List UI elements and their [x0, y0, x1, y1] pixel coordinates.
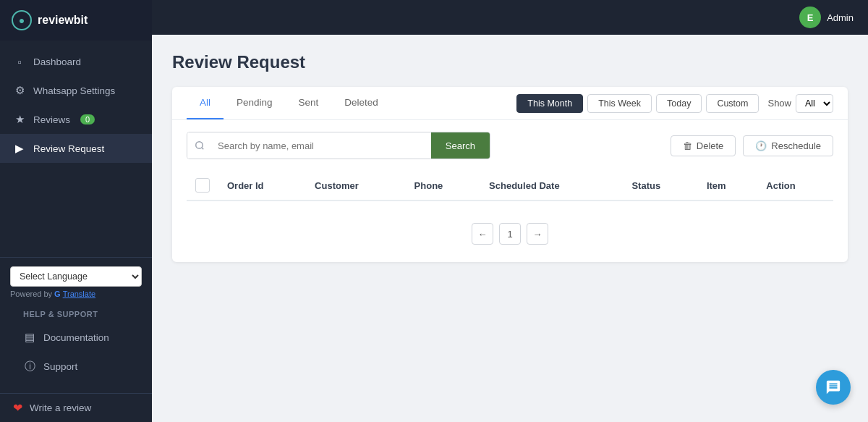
tab-sent[interactable]: Sent	[286, 87, 332, 119]
data-table: Order Id Customer Phone Scheduled Date S…	[187, 171, 833, 201]
sidebar-item-label: Support	[43, 361, 77, 372]
clock-icon: 🕐	[755, 140, 767, 151]
logo-area: ● reviewbit	[0, 0, 152, 41]
table-header-row: Order Id Customer Phone Scheduled Date S…	[187, 171, 833, 201]
write-review-item[interactable]: ❤ Write a review	[0, 393, 152, 422]
gear-icon: ⚙	[13, 84, 26, 97]
col-order-id: Order Id	[218, 171, 306, 201]
filter-this-week[interactable]: This Week	[587, 94, 652, 113]
filter-today[interactable]: Today	[656, 94, 702, 113]
app-name: reviewbit	[38, 14, 88, 27]
sidebar-item-support[interactable]: ⓘ Support	[10, 352, 142, 381]
help-title: HELP & SUPPORT	[10, 305, 142, 323]
sidebar-item-label: Whatsapp Settings	[33, 85, 115, 96]
write-review-label: Write a review	[30, 402, 91, 413]
sidebar-item-label: Review Request	[33, 143, 104, 154]
col-scheduled-date: Scheduled Date	[480, 171, 623, 201]
search-box: Search	[187, 132, 490, 159]
sidebar: ● reviewbit ▫ Dashboard ⚙ Whatsapp Setti…	[0, 0, 152, 422]
tab-all[interactable]: All	[187, 87, 224, 119]
help-section: HELP & SUPPORT ▤ Documentation ⓘ Support	[10, 298, 142, 381]
main-area: E Admin Review Request All Pending Sent …	[152, 0, 868, 422]
admin-name: Admin	[827, 12, 854, 23]
google-text: G	[54, 290, 61, 298]
show-label: Show	[767, 98, 791, 109]
svg-line-1	[202, 148, 204, 150]
language-select[interactable]: Select Language	[10, 266, 142, 287]
search-icon	[187, 132, 212, 159]
filter-custom[interactable]: Custom	[706, 94, 759, 113]
delete-button[interactable]: 🗑 Delete	[671, 135, 736, 156]
star-icon: ★	[13, 113, 26, 126]
filter-buttons: This Month This Week Today Custom Show A…	[516, 94, 833, 113]
pagination: ← 1 →	[172, 208, 848, 262]
sidebar-item-dashboard[interactable]: ▫ Dashboard	[0, 48, 152, 76]
sidebar-item-documentation[interactable]: ▤ Documentation	[10, 323, 142, 352]
header-checkbox[interactable]	[195, 178, 210, 193]
avatar: E	[799, 7, 821, 28]
tab-pending[interactable]: Pending	[224, 87, 286, 119]
trash-icon: 🗑	[683, 140, 692, 151]
sidebar-item-label: Dashboard	[33, 56, 81, 67]
content-area: Review Request All Pending Sent Deleted …	[152, 35, 868, 422]
bar-chart-icon: ▫	[13, 56, 26, 68]
search-button[interactable]: Search	[431, 132, 490, 159]
question-icon: ⓘ	[23, 360, 36, 374]
svg-point-0	[196, 142, 203, 148]
tab-deleted[interactable]: Deleted	[331, 87, 391, 119]
arrow-right-icon: ▶	[13, 142, 26, 155]
col-item: Item	[698, 171, 757, 201]
logo-icon: ●	[12, 10, 32, 30]
checkbox-header	[187, 171, 218, 201]
sidebar-item-review-request[interactable]: ▶ Review Request	[0, 134, 152, 163]
chat-bubble-button[interactable]	[816, 370, 851, 405]
sidebar-bottom: Select Language Powered by G Translate H…	[0, 257, 152, 390]
col-phone: Phone	[406, 171, 480, 201]
delete-label: Delete	[697, 140, 724, 151]
action-buttons: 🗑 Delete 🕐 Reschedule	[671, 135, 833, 156]
col-action: Action	[757, 171, 833, 201]
doc-icon: ▤	[23, 331, 36, 344]
sidebar-item-label: Reviews	[33, 114, 70, 125]
sidebar-nav: ▫ Dashboard ⚙ Whatsapp Settings ★ Review…	[0, 41, 152, 257]
sidebar-item-reviews[interactable]: ★ Reviews 0	[0, 105, 152, 134]
topbar: E Admin	[152, 0, 868, 35]
sidebar-item-whatsapp-settings[interactable]: ⚙ Whatsapp Settings	[0, 76, 152, 105]
show-select[interactable]: All	[796, 94, 833, 113]
search-input[interactable]	[212, 132, 431, 159]
col-customer: Customer	[306, 171, 406, 201]
translate-link[interactable]: Translate	[63, 290, 95, 298]
table-wrap: Order Id Customer Phone Scheduled Date S…	[172, 171, 848, 208]
reschedule-button[interactable]: 🕐 Reschedule	[743, 135, 833, 156]
reschedule-label: Reschedule	[771, 140, 821, 151]
filter-this-month[interactable]: This Month	[516, 94, 583, 113]
page-title: Review Request	[172, 52, 848, 72]
col-status: Status	[623, 171, 697, 201]
search-action-row: Search 🗑 Delete 🕐 Reschedule	[172, 120, 848, 171]
tabs-filters-row: All Pending Sent Deleted This Month This…	[172, 87, 848, 120]
current-page: 1	[499, 223, 521, 245]
powered-by: Powered by G Translate	[10, 290, 142, 298]
heart-icon: ❤	[13, 401, 22, 415]
prev-page-button[interactable]: ←	[472, 223, 493, 245]
sidebar-item-label: Documentation	[43, 332, 109, 343]
next-page-button[interactable]: →	[527, 223, 548, 245]
tabs-container: All Pending Sent Deleted	[187, 87, 391, 119]
main-card: All Pending Sent Deleted This Month This…	[172, 87, 848, 262]
reviews-badge: 0	[80, 114, 95, 125]
